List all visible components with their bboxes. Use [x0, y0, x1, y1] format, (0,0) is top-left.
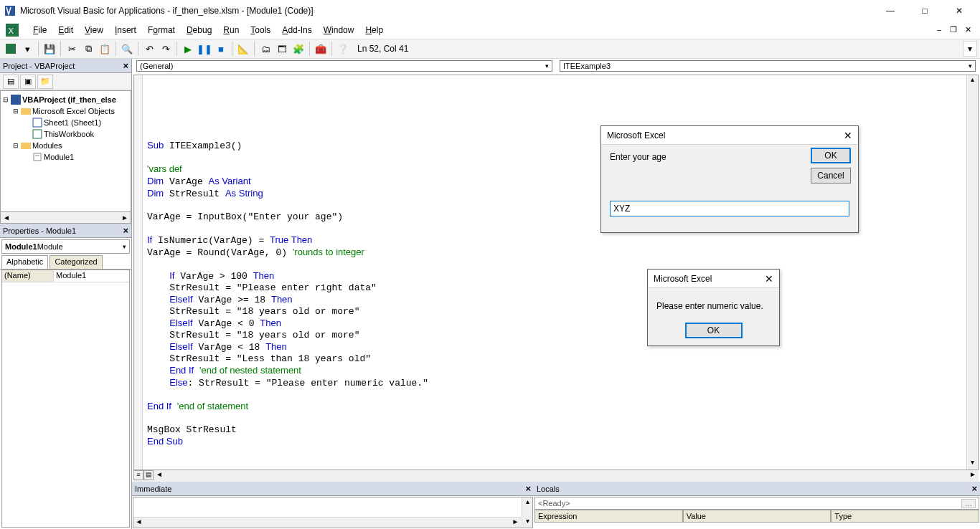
tab-categorized[interactable]: Categorized [50, 255, 102, 269]
menu-window[interactable]: Window [318, 23, 360, 37]
menu-addins[interactable]: Add-Ins [276, 23, 317, 37]
immediate-pane: Immediate × ▴▾ ◄► [132, 482, 534, 529]
locals-col-value[interactable]: Value [683, 510, 831, 523]
locals-col-expression[interactable]: Expression [534, 510, 683, 523]
design-mode-icon[interactable]: 📐 [235, 41, 251, 57]
toolbox-icon[interactable]: 🧰 [313, 41, 329, 57]
minimize-button[interactable]: — [874, 0, 907, 22]
tree-collapse-icon[interactable]: ⊟ [2, 96, 9, 103]
ok-button[interactable]: OK [685, 323, 743, 338]
menu-format[interactable]: Format [142, 23, 181, 37]
view-code-icon[interactable]: ▤ [3, 75, 19, 89]
tree-collapse-icon[interactable]: ⊟ [12, 108, 19, 115]
locals-callstack-button[interactable]: … [961, 499, 976, 508]
prop-name-value[interactable]: Module1 [54, 270, 129, 282]
cut-icon[interactable]: ✂ [64, 41, 80, 57]
project-pane-header: Project - VBAProject × [0, 59, 131, 73]
menu-run[interactable]: Run [217, 23, 245, 37]
insert-dropdown[interactable]: ▾ [19, 41, 35, 57]
properties-icon[interactable]: 🗔 [274, 41, 290, 57]
inputbox-field[interactable] [610, 201, 849, 216]
tree-module1[interactable]: Module1 [44, 153, 74, 161]
inputbox-dialog: Microsoft Excel ✕ Enter your age OK Canc… [600, 125, 859, 233]
code-hscroll[interactable] [165, 470, 967, 482]
hscroll-right-icon[interactable]: ► [967, 470, 979, 482]
project-hscroll[interactable]: ◄► [0, 212, 131, 224]
maximize-button[interactable]: □ [908, 0, 941, 22]
svg-rect-4 [11, 95, 21, 105]
immediate-title: Immediate [135, 485, 171, 493]
code-object-combo[interactable]: (General)▾ [136, 60, 552, 72]
properties-pane-close-icon[interactable]: × [123, 225, 128, 236]
menu-tools[interactable]: Tools [245, 23, 276, 37]
svg-rect-5 [21, 108, 31, 115]
project-pane-title: Project - VBAProject [3, 62, 75, 70]
full-module-view-icon[interactable]: ▤ [143, 470, 154, 480]
tree-modules[interactable]: Modules [32, 141, 62, 150]
svg-rect-6 [33, 118, 42, 127]
view-excel-icon[interactable] [3, 41, 19, 57]
immediate-close-icon[interactable]: × [525, 483, 531, 494]
view-object-icon[interactable]: ▣ [20, 75, 36, 89]
menu-edit[interactable]: Edit [52, 23, 79, 37]
procedure-view-icon[interactable]: ≡ [133, 470, 143, 480]
menu-view[interactable]: View [79, 23, 109, 37]
menu-insert[interactable]: Insert [109, 23, 142, 37]
save-icon[interactable]: 💾 [42, 41, 57, 57]
object-browser-icon[interactable]: 🧩 [291, 41, 306, 57]
close-button[interactable]: ✕ [943, 0, 976, 22]
excel-icon: X [6, 24, 19, 37]
main-toolbar: ▾ 💾 ✂ ⧉ 📋 🔍 ↶ ↷ ▶ ❚❚ ■ 📐 🗂 🗔 🧩 🧰 ❔ Ln 52… [0, 39, 980, 59]
window-title: Microsoft Visual Basic for Applications … [20, 6, 314, 16]
svg-rect-3 [6, 44, 16, 54]
find-icon[interactable]: 🔍 [119, 41, 135, 57]
code-vscroll[interactable]: ▴▾ [966, 75, 978, 470]
sheet-icon [32, 118, 42, 128]
immediate-window[interactable]: ▴▾ ◄► [133, 497, 533, 528]
code-margin [134, 75, 143, 470]
menu-file[interactable]: File [27, 23, 52, 37]
tree-sheet1[interactable]: Sheet1 (Sheet1) [44, 118, 101, 127]
mdi-minimize-button[interactable]: – [933, 24, 946, 36]
hscroll-left-icon[interactable]: ◄ [154, 470, 165, 482]
copy-icon[interactable]: ⧉ [80, 41, 96, 57]
properties-object-combo[interactable]: Module1 Module ▾ [1, 239, 130, 254]
run-icon[interactable]: ▶ [180, 41, 196, 57]
undo-icon[interactable]: ↶ [141, 41, 157, 57]
tree-collapse-icon[interactable]: ⊟ [12, 142, 19, 149]
chevron-down-icon: ▾ [545, 62, 549, 70]
code-procedure-combo[interactable]: ITEExample3▾ [560, 60, 976, 72]
properties-pane-header: Properties - Module1 × [0, 224, 131, 238]
vbaproject-icon [11, 95, 21, 105]
tree-vbaproject[interactable]: VBAProject (if_then_else [22, 95, 116, 104]
dialog-close-icon[interactable]: ✕ [765, 273, 773, 285]
locals-close-icon[interactable]: × [971, 483, 977, 494]
menu-help[interactable]: Help [359, 23, 389, 37]
cancel-button[interactable]: Cancel [811, 168, 851, 184]
code-editor[interactable]: Sub ITEExample3() 'vars def Dim VarAge A… [133, 75, 979, 470]
menu-debug[interactable]: Debug [181, 23, 217, 37]
mdi-close-button[interactable]: ✕ [961, 24, 974, 36]
tab-alphabetic[interactable]: Alphabetic [1, 255, 48, 269]
chevron-down-icon: ▾ [123, 243, 126, 250]
project-explorer-icon[interactable]: 🗂 [258, 41, 273, 57]
paste-icon[interactable]: 📋 [97, 41, 113, 57]
tree-thisworkbook[interactable]: ThisWorkbook [44, 130, 94, 138]
menu-bar: X File Edit View Insert Format Debug Run… [0, 22, 980, 39]
reset-icon[interactable]: ■ [213, 41, 229, 57]
ok-button[interactable]: OK [811, 148, 851, 163]
project-pane-close-icon[interactable]: × [123, 60, 128, 71]
project-tree[interactable]: ⊟ VBAProject (if_then_else ⊟ Microsoft E… [0, 90, 131, 212]
locals-col-type[interactable]: Type [831, 510, 979, 523]
toolbar-overflow[interactable]: ▾ [963, 41, 977, 57]
tree-excel-objects[interactable]: Microsoft Excel Objects [32, 107, 115, 115]
svg-rect-8 [21, 143, 31, 149]
dialog-close-icon[interactable]: ✕ [844, 130, 852, 141]
toggle-folders-icon[interactable]: 📁 [37, 75, 53, 89]
mdi-restore-button[interactable]: ❐ [947, 24, 960, 36]
redo-icon[interactable]: ↷ [158, 41, 174, 57]
svg-text:X: X [8, 27, 14, 35]
break-icon[interactable]: ❚❚ [197, 41, 212, 57]
help-icon[interactable]: ❔ [335, 41, 351, 57]
properties-grid[interactable]: (Name) Module1 [1, 270, 130, 528]
